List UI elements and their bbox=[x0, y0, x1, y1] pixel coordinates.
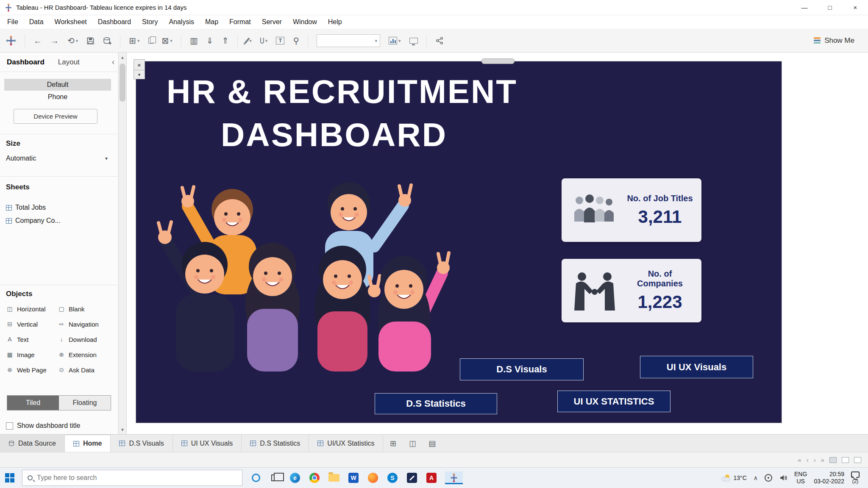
tab-ds-visuals[interactable]: D.S Visuals bbox=[111, 435, 172, 452]
show-me-button[interactable]: Show Me bbox=[813, 36, 862, 45]
edge-icon[interactable]: e bbox=[289, 472, 301, 484]
task-view-icon[interactable] bbox=[270, 472, 281, 484]
nav-last-icon[interactable]: » bbox=[821, 456, 824, 463]
tab-data-source[interactable]: Data Source bbox=[0, 435, 65, 452]
object-image[interactable]: ▦Image bbox=[6, 349, 61, 360]
tab-ds-statistics[interactable]: D.S Statistics bbox=[242, 435, 309, 452]
device-phone-item[interactable]: Phone bbox=[4, 92, 111, 103]
firefox-icon[interactable] bbox=[367, 472, 379, 484]
object-ask-data[interactable]: ⊙Ask Data bbox=[58, 364, 113, 375]
sheet-item-company-count[interactable]: Company Co... bbox=[6, 215, 112, 227]
show-dashboard-title-checkbox[interactable] bbox=[6, 422, 13, 430]
size-dropdown[interactable]: Automatic ▾ bbox=[6, 152, 108, 164]
language-indicator[interactable]: ENG US bbox=[794, 471, 807, 485]
paperclip-icon[interactable]: ▾ bbox=[260, 38, 268, 44]
new-dashboard-button[interactable]: ◫ bbox=[403, 435, 422, 452]
object-text[interactable]: AText bbox=[6, 334, 61, 345]
skype-icon[interactable]: S bbox=[387, 472, 398, 484]
close-icon[interactable]: × bbox=[843, 0, 868, 15]
forward-icon[interactable]: → bbox=[50, 36, 59, 46]
maximize-icon[interactable]: □ bbox=[817, 0, 843, 15]
object-menu-caret[interactable]: ▾ bbox=[134, 70, 145, 79]
device-preview-button[interactable]: Device Preview bbox=[14, 109, 97, 124]
scrollbar-thumb[interactable] bbox=[120, 64, 125, 102]
nav-first-icon[interactable]: « bbox=[798, 456, 801, 463]
scroll-down-icon[interactable]: ▼ bbox=[119, 425, 126, 434]
sheet-item-total-jobs[interactable]: Total Jobs bbox=[6, 202, 112, 214]
new-story-button[interactable]: ▤ bbox=[422, 435, 442, 452]
tab-home[interactable]: Home bbox=[65, 435, 111, 452]
add-data-source-icon[interactable] bbox=[103, 37, 111, 45]
object-drag-handle[interactable] bbox=[481, 58, 515, 64]
sort-descending-icon[interactable]: ⇑ bbox=[222, 36, 229, 46]
share-icon[interactable] bbox=[435, 37, 444, 44]
menu-server[interactable]: Server bbox=[256, 15, 287, 29]
tab-uiux-visuals[interactable]: UI UX Visuals bbox=[173, 435, 242, 452]
panel-scrollbar[interactable]: ▲ ▼ bbox=[119, 53, 127, 434]
clock[interactable]: 20:59 03-02-2022 bbox=[814, 471, 844, 485]
view-tabs-icon[interactable] bbox=[829, 457, 837, 463]
nav-button-ds-statistics[interactable]: D.S Statistics bbox=[375, 393, 497, 414]
collapse-pane-icon[interactable]: ‹ bbox=[112, 58, 119, 67]
action-center[interactable]: (2) bbox=[851, 471, 860, 484]
meet-now-icon[interactable] bbox=[765, 474, 772, 482]
view-list-icon[interactable] bbox=[854, 457, 861, 463]
tableau-taskbar-icon[interactable] bbox=[445, 471, 463, 484]
sort-ascending-icon[interactable]: ⇓ bbox=[206, 36, 214, 46]
object-blank[interactable]: ▢Blank bbox=[58, 303, 113, 314]
device-default-item[interactable]: Default bbox=[4, 79, 111, 91]
cortana-icon[interactable] bbox=[250, 472, 262, 484]
menu-story[interactable]: Story bbox=[136, 15, 163, 29]
object-extension[interactable]: ⊕Extension bbox=[58, 349, 113, 360]
save-icon[interactable] bbox=[86, 37, 95, 45]
new-worksheet-icon[interactable]: ⊞▾ bbox=[129, 36, 139, 46]
nav-button-uiux-visuals[interactable]: UI UX Visuals bbox=[640, 356, 753, 378]
clear-sheet-icon[interactable]: ⊠▾ bbox=[162, 36, 172, 46]
chrome-icon[interactable] bbox=[309, 472, 320, 484]
fit-combobox[interactable]: ▾ bbox=[317, 34, 380, 47]
new-worksheet-button[interactable]: ⊞ bbox=[383, 435, 403, 452]
menu-worksheet[interactable]: Worksheet bbox=[49, 15, 92, 29]
hr-dashboard[interactable]: HR & RECRUITMENT DASHBOARD bbox=[136, 61, 782, 423]
chart-view-icon[interactable]: ▾ bbox=[389, 37, 401, 44]
tab-layout[interactable]: Layout bbox=[51, 58, 86, 67]
file-explorer-icon[interactable] bbox=[328, 472, 340, 484]
object-vertical[interactable]: ⊟Vertical bbox=[6, 319, 61, 330]
undo-redo-icon[interactable]: ⟲▾ bbox=[67, 36, 78, 46]
highlight-icon[interactable]: ▥ bbox=[190, 36, 198, 46]
volume-icon[interactable] bbox=[779, 474, 787, 482]
view-filmstrip-icon[interactable] bbox=[842, 457, 849, 463]
menu-window[interactable]: Window bbox=[287, 15, 323, 29]
object-horizontal[interactable]: ◫Horizontal bbox=[6, 303, 61, 314]
hidden-icons-chevron[interactable]: ∧ bbox=[754, 474, 758, 481]
tiled-toggle[interactable]: Tiled bbox=[7, 396, 59, 410]
start-button[interactable] bbox=[5, 473, 14, 482]
acrobat-icon[interactable]: A bbox=[426, 472, 437, 484]
minimize-icon[interactable]: — bbox=[792, 0, 817, 15]
remove-object-button[interactable]: × bbox=[134, 59, 145, 70]
fix-axes-icon[interactable]: ⚲ bbox=[293, 36, 299, 46]
nav-button-ds-visuals[interactable]: D.S Visuals bbox=[460, 358, 584, 380]
presentation-mode-icon[interactable] bbox=[409, 38, 418, 44]
tab-uiux-statistics[interactable]: UI/UX Statistics bbox=[309, 435, 383, 452]
word-icon[interactable]: W bbox=[348, 472, 359, 484]
nav-prev-icon[interactable]: ‹ bbox=[807, 456, 809, 463]
highlighter-pen-icon[interactable]: ▾ bbox=[246, 37, 252, 44]
scroll-up-icon[interactable]: ▲ bbox=[119, 53, 126, 62]
weather-widget[interactable]: 13°C bbox=[721, 474, 747, 482]
nav-button-uiux-statistics[interactable]: UI UX STATISTICS bbox=[557, 391, 670, 412]
menu-data[interactable]: Data bbox=[24, 15, 49, 29]
tableau-logo-icon[interactable] bbox=[6, 36, 16, 46]
search-input[interactable] bbox=[37, 474, 237, 482]
menu-analysis[interactable]: Analysis bbox=[163, 15, 200, 29]
object-navigation[interactable]: ⇨Navigation bbox=[58, 319, 113, 330]
tab-dashboard[interactable]: Dashboard bbox=[0, 58, 51, 67]
floating-toggle[interactable]: Floating bbox=[59, 396, 111, 410]
text-label-icon[interactable]: T bbox=[276, 37, 284, 44]
object-download[interactable]: ↓Download bbox=[58, 334, 113, 345]
duplicate-sheet-icon[interactable] bbox=[148, 38, 153, 44]
menu-file[interactable]: File bbox=[2, 15, 24, 29]
snip-sketch-icon[interactable] bbox=[406, 472, 418, 484]
menu-dashboard[interactable]: Dashboard bbox=[92, 15, 136, 29]
back-icon[interactable]: ← bbox=[33, 36, 42, 46]
